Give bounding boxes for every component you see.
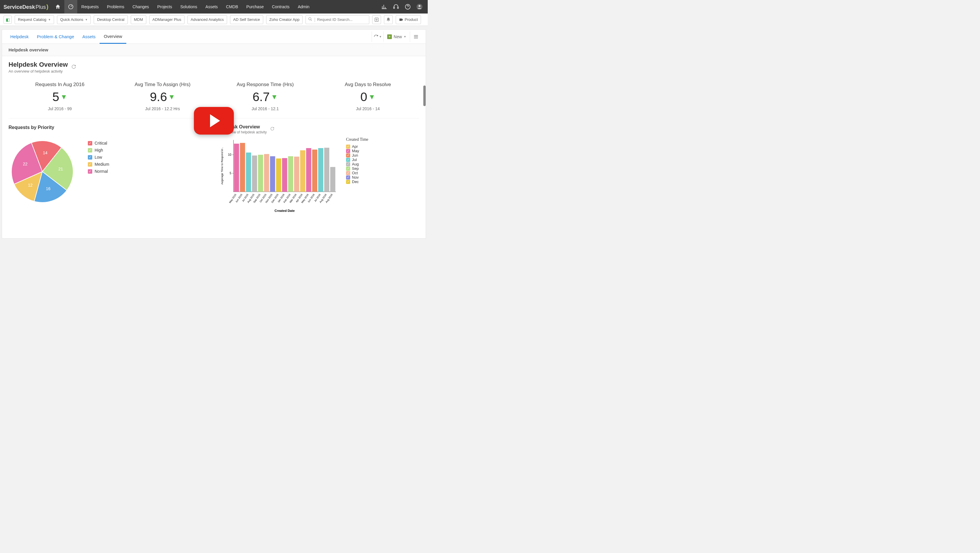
legend-item[interactable]: ✓Sep — [346, 166, 368, 171]
legend-item[interactable]: ✓Jun — [346, 153, 368, 158]
legend-item[interactable]: ✓Normal — [88, 169, 109, 174]
svg-text:16: 16 — [46, 186, 51, 191]
toolbar-link[interactable]: Zoho Creator App — [266, 15, 303, 24]
legend-item[interactable]: ✓May — [346, 149, 368, 153]
hamburger-icon[interactable] — [410, 32, 422, 42]
svg-rect-24 — [270, 156, 275, 192]
nav-items: RequestsProblemsChangesProjectsSolutions… — [77, 0, 314, 14]
legend-item[interactable]: ✓Oct — [346, 171, 368, 175]
legend-swatch: ✓ — [346, 162, 350, 166]
nav-projects[interactable]: Projects — [153, 0, 176, 14]
legend-swatch: ✓ — [346, 145, 350, 149]
kpi-footer: Jul 2016 - 99 — [16, 106, 104, 111]
search-box[interactable]: | — [305, 15, 369, 24]
brand-logo: ServiceDesk Plus ) — [3, 3, 48, 10]
overview-title: Helpdesk Overview — [8, 61, 68, 69]
bar-chart: 510May 2015Jun 2015Jul 2015Aug 2015Sep 2… — [217, 137, 340, 214]
refresh-icon[interactable] — [72, 64, 76, 70]
legend-item[interactable]: ✓Dec — [346, 180, 368, 184]
play-button[interactable] — [194, 107, 234, 135]
toolbar-link[interactable]: Desktop Central — [94, 15, 127, 24]
user-avatar-icon[interactable] — [414, 0, 425, 14]
toolbar-link[interactable]: AD Self Service — [230, 15, 263, 24]
dashboard-icon[interactable] — [64, 0, 77, 14]
legend-swatch: ✓ — [88, 155, 92, 159]
legend-label: Sep — [352, 166, 359, 171]
overview-subtitle: An overview of helpdesk activity — [8, 69, 68, 73]
new-button[interactable]: + New ▼ — [383, 32, 410, 42]
scan-icon[interactable] — [372, 15, 381, 24]
legend-label: Aug — [352, 162, 359, 166]
bell-icon[interactable] — [384, 15, 393, 24]
legend-swatch: ✓ — [88, 162, 92, 167]
scrollbar-thumb[interactable] — [423, 86, 426, 106]
legend-label: Apr — [352, 144, 358, 149]
legend-item[interactable]: ✓Medium — [88, 162, 109, 167]
overview-panel: Helpdesk Overview An overview of helpdes… — [2, 56, 426, 238]
search-input[interactable] — [317, 18, 367, 22]
nav-requests[interactable]: Requests — [77, 0, 103, 14]
chevron-down-icon: ▼ — [379, 35, 382, 38]
legend-swatch: ✓ — [88, 141, 92, 145]
refresh-icon[interactable] — [270, 127, 274, 132]
svg-rect-34 — [330, 167, 335, 191]
brand-strong: ServiceDesk — [3, 4, 35, 10]
legend-item[interactable]: ✓Nov — [346, 175, 368, 180]
toolbar-link[interactable]: Advanced Analytics — [188, 15, 227, 24]
legend-item[interactable]: ✓Low — [88, 155, 109, 159]
svg-rect-7 — [375, 18, 379, 21]
legend-label: Oct — [352, 171, 358, 175]
home-icon[interactable] — [51, 0, 64, 14]
legend-label: Normal — [95, 169, 108, 174]
legend-swatch: ✓ — [346, 149, 350, 153]
nav-purchase[interactable]: Purchase — [242, 0, 268, 14]
legend-swatch: ✓ — [346, 158, 350, 162]
tab-assets[interactable]: Assets — [78, 30, 100, 44]
legend-label: May — [352, 149, 359, 153]
support-icon[interactable] — [390, 0, 402, 14]
toolbar-link[interactable]: MDM — [131, 15, 146, 24]
legend-item[interactable]: ✓Jul — [346, 158, 368, 162]
kpi-card: Avg Time To Assign (Hrs)9.6▼Jul 2016 - 1… — [118, 82, 207, 111]
response-time-panel: Helpdesk Overview An overview of helpdes… — [217, 124, 419, 214]
kpi-value: 6.7 — [253, 90, 270, 104]
nav-cmdb[interactable]: CMDB — [222, 0, 242, 14]
svg-rect-21 — [252, 155, 257, 192]
new-label: New — [394, 34, 402, 39]
svg-text:14: 14 — [43, 150, 48, 155]
legend-item[interactable]: ✓High — [88, 148, 109, 153]
legend-item[interactable]: ✓Apr — [346, 144, 368, 149]
toolbar-link[interactable]: ADManager Plus — [149, 15, 185, 24]
tab-problem-change[interactable]: Problem & Change — [33, 30, 78, 44]
nav-admin[interactable]: Admin — [294, 0, 314, 14]
nav-contracts[interactable]: Contracts — [268, 0, 294, 14]
legend-item[interactable]: ✓Aug — [346, 162, 368, 166]
quick-actions-button[interactable]: Quick Actions ▼ — [57, 15, 91, 24]
product-button[interactable]: Product — [396, 15, 421, 24]
legend-item[interactable]: ✓Critical — [88, 141, 109, 145]
legend-label: Medium — [95, 162, 109, 167]
svg-point-6 — [309, 18, 311, 20]
refresh-icon[interactable]: ▼ — [372, 32, 383, 42]
nav-problems[interactable]: Problems — [103, 0, 128, 14]
reports-icon[interactable] — [379, 0, 390, 14]
svg-rect-23 — [264, 154, 269, 192]
legend-swatch: ✓ — [346, 175, 350, 180]
tab-helpdesk[interactable]: Helpdesk — [6, 30, 33, 44]
play-icon — [210, 114, 220, 127]
created-time-legend: Created Time ✓Apr✓May✓Jun✓Jul✓Aug✓Sep✓Oc… — [346, 137, 368, 214]
svg-text:Avgerage Time to Respond in .: Avgerage Time to Respond in . — [221, 147, 224, 185]
nav-solutions[interactable]: Solutions — [176, 0, 202, 14]
nav-assets[interactable]: Assets — [201, 0, 222, 14]
legend-swatch: ✓ — [88, 169, 92, 174]
kpi-label: Avg Time To Assign (Hrs) — [118, 82, 207, 88]
request-catalog-label: Request Catalog — [18, 18, 46, 22]
nav-changes[interactable]: Changes — [128, 0, 153, 14]
svg-rect-29 — [300, 150, 305, 192]
help-icon[interactable] — [402, 0, 414, 14]
secondary-toolbar: ◧ Request Catalog ▼ Quick Actions ▼ Desk… — [0, 14, 428, 26]
request-catalog-button[interactable]: Request Catalog ▼ — [15, 15, 54, 24]
catalog-icon[interactable]: ◧ — [3, 16, 12, 24]
tab-overview[interactable]: Overview — [100, 30, 126, 44]
svg-text:21: 21 — [59, 167, 63, 171]
